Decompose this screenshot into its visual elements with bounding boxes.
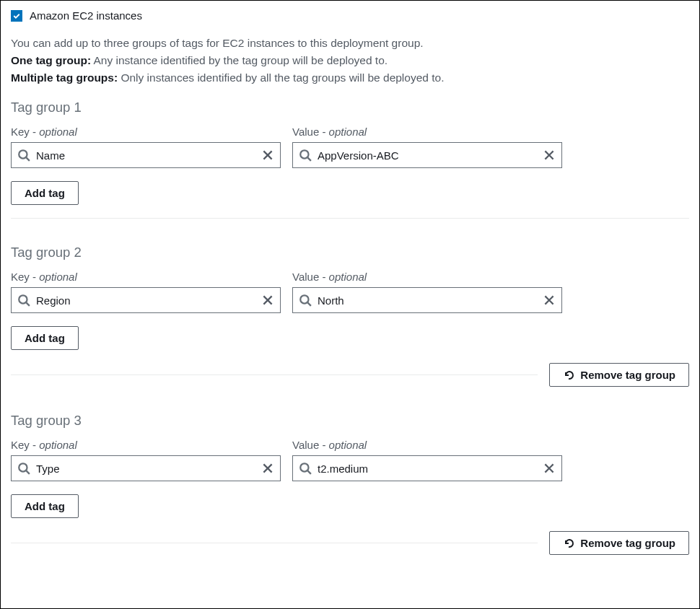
remove-tag-group-button[interactable]: Remove tag group — [549, 363, 689, 387]
tag-group-2: Tag group 2 Key - optional Value - optio… — [11, 245, 689, 400]
svg-point-12 — [300, 295, 308, 303]
tag-group-title: Tag group 1 — [11, 100, 689, 115]
key-input[interactable] — [30, 294, 261, 307]
group-footer-row: Remove tag group — [11, 363, 689, 387]
add-tag-button[interactable]: Add tag — [11, 181, 79, 205]
header-label: Amazon EC2 instances — [30, 9, 142, 22]
key-label: Key - optional — [11, 271, 281, 283]
tag-group-title: Tag group 3 — [11, 413, 689, 429]
key-input-wrap — [11, 455, 281, 481]
description-intro: You can add up to three groups of tags f… — [11, 37, 424, 49]
tag-group-title: Tag group 2 — [11, 245, 689, 260]
fields-row: Key - optional Value - optional — [11, 271, 689, 313]
key-field: Key - optional — [11, 126, 281, 168]
remove-tag-group-button[interactable]: Remove tag group — [549, 531, 689, 555]
divider — [11, 543, 538, 543]
ec2-instances-checkbox[interactable] — [11, 10, 22, 22]
search-icon — [299, 462, 312, 475]
search-icon — [299, 149, 312, 162]
key-input[interactable] — [30, 149, 261, 162]
key-input-wrap — [11, 287, 281, 313]
svg-line-9 — [26, 302, 30, 306]
search-icon — [17, 149, 30, 162]
value-label: Value - optional — [292, 439, 562, 451]
fields-row: Key - optional Value - optional — [11, 126, 689, 168]
value-label: Value - optional — [292, 271, 562, 283]
ec2-instances-panel: Amazon EC2 instances You can add up to t… — [0, 0, 700, 609]
description: You can add up to three groups of tags f… — [11, 35, 689, 87]
close-icon[interactable] — [261, 294, 274, 307]
key-label: Key - optional — [11, 439, 281, 451]
value-field: Value - optional — [292, 439, 562, 481]
one-tag-group-label: One tag group: — [11, 54, 91, 66]
svg-line-21 — [307, 470, 311, 474]
key-input[interactable] — [30, 463, 261, 475]
divider — [11, 374, 538, 375]
key-label: Key - optional — [11, 126, 281, 138]
value-field: Value - optional — [292, 126, 562, 168]
svg-line-5 — [307, 157, 311, 161]
value-label: Value - optional — [292, 126, 562, 138]
close-icon[interactable] — [261, 462, 274, 475]
svg-point-8 — [19, 295, 27, 303]
close-icon[interactable] — [543, 462, 556, 475]
undo-icon — [563, 538, 574, 549]
svg-point-16 — [19, 463, 27, 471]
value-input-wrap — [292, 287, 562, 313]
group-footer-row: Remove tag group — [11, 531, 689, 555]
fields-row: Key - optional Value - optional — [11, 439, 689, 481]
undo-icon — [563, 369, 574, 381]
value-input[interactable] — [312, 149, 543, 162]
key-input-wrap — [11, 142, 281, 168]
svg-line-1 — [26, 157, 30, 161]
key-field: Key - optional — [11, 271, 281, 313]
add-tag-button[interactable]: Add tag — [11, 326, 79, 350]
search-icon — [299, 294, 312, 307]
value-input[interactable] — [312, 463, 543, 475]
multiple-tag-groups-text: Only instances identified by all the tag… — [118, 71, 444, 84]
close-icon[interactable] — [543, 149, 556, 162]
svg-point-4 — [300, 150, 308, 158]
value-input-wrap — [292, 142, 562, 168]
svg-point-20 — [300, 463, 308, 471]
close-icon[interactable] — [543, 294, 556, 307]
search-icon — [17, 294, 30, 307]
svg-line-13 — [307, 302, 311, 306]
value-field: Value - optional — [292, 271, 562, 313]
add-tag-button[interactable]: Add tag — [11, 494, 79, 518]
header-row: Amazon EC2 instances — [11, 9, 689, 22]
svg-line-17 — [26, 470, 30, 474]
tag-group-3: Tag group 3 Key - optional Value - optio… — [11, 413, 689, 568]
value-input[interactable] — [312, 294, 543, 307]
check-icon — [12, 12, 21, 20]
divider — [11, 218, 689, 219]
search-icon — [17, 462, 30, 475]
key-field: Key - optional — [11, 439, 281, 481]
value-input-wrap — [292, 455, 562, 481]
one-tag-group-text: Any instance identified by the tag group… — [91, 54, 388, 66]
tag-group-1: Tag group 1 Key - optional Value - optio… — [11, 100, 689, 232]
svg-point-0 — [19, 150, 27, 158]
close-icon[interactable] — [261, 149, 274, 162]
multiple-tag-groups-label: Multiple tag groups: — [11, 71, 118, 84]
